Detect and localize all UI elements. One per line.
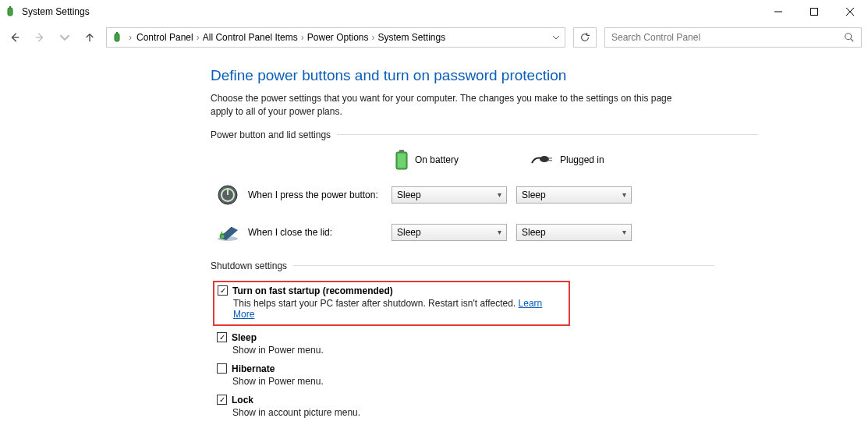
minimize-button[interactable]: [760, 0, 796, 23]
svg-point-15: [540, 156, 549, 162]
chevron-down-icon: ▾: [498, 228, 501, 236]
dropdown-power-plugged[interactable]: Sleep ▾: [516, 186, 632, 204]
checkbox-label: Turn on fast startup (recommended): [232, 285, 393, 296]
dropdown-lid-battery[interactable]: Sleep ▾: [391, 224, 507, 241]
chevron-down-icon: ▾: [622, 228, 626, 236]
column-plugged: Plugged in: [512, 154, 636, 166]
close-button[interactable]: [832, 0, 868, 23]
window-controls: [760, 0, 868, 23]
breadcrumb-all-items[interactable]: All Control Panel Items: [203, 32, 298, 43]
plug-icon: [530, 154, 554, 166]
dropdown-power-battery[interactable]: Sleep ▾: [391, 186, 507, 204]
dropdown-value: Sleep: [397, 189, 498, 200]
svg-rect-9: [116, 32, 118, 34]
search-icon[interactable]: [844, 32, 855, 43]
power-button-icon: [215, 182, 240, 207]
dropdown-value: Sleep: [397, 227, 498, 238]
chevron-right-icon: ›: [371, 32, 374, 43]
battery-icon: [395, 150, 409, 170]
section-divider: [293, 265, 714, 266]
svg-rect-17: [548, 160, 552, 161]
dropdown-value: Sleep: [522, 227, 622, 238]
shutdown-item-lock: Lock Show in account picture menu.: [215, 393, 850, 420]
power-options-icon: [5, 5, 17, 18]
svg-rect-0: [8, 8, 12, 16]
column-plugged-label: Plugged in: [560, 154, 604, 165]
checkbox-hibernate[interactable]: [217, 363, 227, 374]
breadcrumb-power-options[interactable]: Power Options: [307, 32, 369, 43]
checkbox-label: Lock: [232, 395, 253, 406]
main-content: Define power buttons and turn on passwor…: [0, 51, 850, 420]
row-power-button: When I press the power button:: [215, 182, 387, 207]
row-close-lid-label: When I close the lid:: [248, 227, 332, 238]
svg-point-10: [845, 34, 852, 40]
chevron-right-icon: ›: [197, 32, 200, 43]
svg-rect-16: [548, 158, 552, 159]
navbar: › Control Panel › All Control Panel Item…: [0, 23, 868, 51]
dropdown-lid-plugged[interactable]: Sleep ▾: [516, 224, 632, 241]
breadcrumb: Control Panel › All Control Panel Items …: [136, 32, 547, 43]
shutdown-list: Turn on fast startup (recommended) This …: [215, 281, 850, 420]
titlebar: System Settings: [0, 0, 868, 23]
column-battery-label: On battery: [415, 154, 459, 165]
checkbox-desc: Show in Power menu.: [232, 374, 850, 387]
page-intro: Choose the power settings that you want …: [211, 92, 686, 119]
up-button[interactable]: [81, 29, 98, 46]
column-battery: On battery: [387, 150, 512, 170]
breadcrumb-control-panel[interactable]: Control Panel: [136, 32, 193, 43]
section-divider: [337, 134, 758, 135]
shutdown-item-hibernate: Hibernate Show in Power menu.: [215, 362, 850, 388]
checkbox-desc: Show in account picture menu.: [232, 406, 850, 418]
checkbox-sleep[interactable]: [217, 332, 227, 342]
row-power-button-label: When I press the power button:: [248, 189, 378, 200]
address-bar[interactable]: › Control Panel › All Control Panel Item…: [106, 27, 565, 48]
row-close-lid: When I close the lid:: [215, 220, 387, 245]
chevron-right-icon: ›: [301, 32, 304, 43]
svg-rect-14: [398, 154, 406, 168]
svg-rect-3: [811, 9, 818, 16]
power-options-icon: [112, 31, 124, 44]
forward-button[interactable]: [31, 29, 48, 46]
shutdown-item-sleep: Sleep Show in Power menu.: [215, 331, 850, 357]
power-grid: On battery Plugged in When I press the p…: [215, 150, 850, 245]
checkbox-lock[interactable]: [217, 395, 227, 405]
chevron-right-icon[interactable]: ›: [129, 32, 132, 43]
section-label: Power button and lid settings: [211, 129, 331, 140]
chevron-down-icon: ▾: [622, 190, 626, 199]
section-label: Shutdown settings: [211, 260, 287, 271]
checkbox-desc: This helps start your PC faster after sh…: [233, 296, 564, 320]
search-box[interactable]: [604, 27, 862, 48]
checkbox-label: Sleep: [232, 332, 257, 343]
svg-line-11: [851, 39, 854, 42]
dropdown-value: Sleep: [522, 189, 622, 200]
back-button[interactable]: [6, 29, 23, 46]
search-input[interactable]: [611, 32, 844, 43]
breadcrumb-system-settings[interactable]: System Settings: [377, 32, 445, 43]
maximize-button[interactable]: [796, 0, 832, 23]
checkbox-fast-startup[interactable]: [218, 285, 228, 296]
svg-rect-8: [115, 34, 119, 41]
checkbox-label: Hibernate: [232, 363, 275, 374]
window-title: System Settings: [22, 6, 760, 17]
address-dropdown-icon[interactable]: [552, 34, 560, 41]
page-heading: Define power buttons and turn on passwor…: [211, 67, 850, 84]
recent-locations-button[interactable]: [56, 29, 73, 46]
shutdown-item-fast-startup: Turn on fast startup (recommended) This …: [213, 281, 570, 326]
laptop-lid-icon: [215, 220, 240, 245]
chevron-down-icon: ▾: [498, 190, 501, 199]
section-shutdown: Shutdown settings: [211, 260, 850, 271]
checkbox-desc: Show in Power menu.: [232, 343, 850, 356]
refresh-button[interactable]: [573, 27, 597, 48]
section-power-lid: Power button and lid settings: [211, 129, 850, 140]
svg-rect-1: [9, 6, 11, 8]
